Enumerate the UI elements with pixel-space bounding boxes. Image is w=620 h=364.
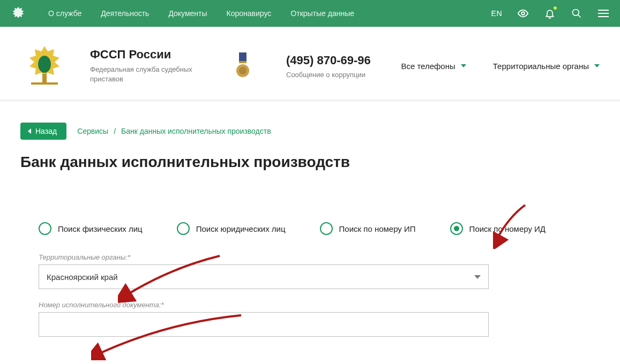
chevron-left-icon bbox=[28, 128, 31, 134]
svg-point-3 bbox=[38, 56, 51, 73]
territorial-dropdown[interactable]: Территориальные органы bbox=[493, 62, 600, 71]
contact-phone-subtitle: Сообщение о коррупции bbox=[286, 71, 371, 79]
search-form: Территориальные органы:* Красноярский кр… bbox=[0, 235, 527, 337]
svg-rect-7 bbox=[239, 61, 246, 63]
svg-point-0 bbox=[521, 12, 525, 15]
territory-select[interactable]: Красноярский край bbox=[39, 264, 489, 289]
radio-label: Поиск физических лиц bbox=[58, 224, 143, 233]
breadcrumb-separator: / bbox=[114, 127, 116, 135]
language-switch[interactable]: EN bbox=[491, 9, 502, 18]
top-nav: О службе Деятельность Документы Коронави… bbox=[48, 9, 491, 18]
back-button[interactable]: Назад bbox=[20, 123, 66, 140]
territory-label: Территориальные органы:* bbox=[39, 253, 489, 261]
topnav-item-covid[interactable]: Коронавирус bbox=[227, 9, 272, 18]
radio-id-number[interactable]: Поиск по номеру ИД bbox=[450, 222, 546, 235]
search-type-radios: Поиск физических лиц Поиск юридических л… bbox=[0, 171, 620, 235]
radio-label: Поиск по номеру ИД bbox=[469, 224, 546, 233]
page-title: Банк данных исполнительных производств bbox=[0, 140, 620, 171]
back-label: Назад bbox=[35, 127, 57, 135]
crumb-page[interactable]: Банк данных исполнительных производств bbox=[121, 127, 271, 135]
medal-icon bbox=[235, 52, 251, 79]
contact-phone: (495) 870-69-96 bbox=[286, 54, 371, 67]
notification-dot-icon bbox=[554, 6, 557, 10]
topbar: О службе Деятельность Документы Коронави… bbox=[0, 0, 620, 27]
svg-point-9 bbox=[239, 67, 246, 74]
chevron-down-icon bbox=[461, 64, 466, 67]
site-header: ФССП России Федеральная служба судебных … bbox=[0, 27, 620, 101]
docnum-label: Номер исполнительного документа:* bbox=[39, 301, 489, 309]
all-phones-label: Все телефоны bbox=[401, 62, 455, 71]
topnav-item-opendata[interactable]: Открытые данные bbox=[290, 9, 354, 18]
radio-ip-number[interactable]: Поиск по номеру ИП bbox=[320, 222, 416, 235]
org-subtitle: Федеральная служба судебных приставов bbox=[90, 65, 203, 84]
svg-rect-5 bbox=[31, 82, 58, 85]
org-emblem-icon bbox=[20, 42, 69, 90]
territory-value: Красноярский край bbox=[47, 272, 118, 282]
radio-icon bbox=[39, 222, 51, 235]
topnav-item-activity[interactable]: Деятельность bbox=[101, 9, 149, 18]
all-phones-dropdown[interactable]: Все телефоны bbox=[401, 62, 466, 71]
svg-rect-4 bbox=[42, 74, 47, 84]
breadcrumb: Сервисы / Банк данных исполнительных про… bbox=[77, 127, 271, 135]
svg-point-1 bbox=[573, 10, 579, 16]
topnav-item-about[interactable]: О службе bbox=[48, 9, 81, 18]
accessibility-icon[interactable] bbox=[517, 7, 529, 19]
radio-label: Поиск по номеру ИП bbox=[339, 224, 416, 233]
radio-label: Поиск юридических лиц bbox=[196, 224, 286, 233]
top-right-tools: EN bbox=[491, 7, 609, 19]
radio-icon bbox=[320, 222, 333, 235]
radio-legal[interactable]: Поиск юридических лиц bbox=[177, 222, 286, 235]
svg-rect-6 bbox=[239, 52, 246, 61]
docnum-input[interactable] bbox=[39, 312, 489, 337]
territorial-label: Территориальные органы bbox=[493, 62, 589, 71]
topnav-item-documents[interactable]: Документы bbox=[168, 9, 207, 18]
notifications-icon[interactable] bbox=[544, 7, 556, 19]
radio-physical[interactable]: Поиск физических лиц bbox=[39, 222, 143, 235]
chevron-down-icon bbox=[594, 64, 600, 67]
crumb-services[interactable]: Сервисы bbox=[77, 127, 108, 135]
org-title: ФССП России bbox=[90, 48, 213, 62]
radio-icon bbox=[177, 222, 190, 235]
state-emblem-icon[interactable] bbox=[10, 5, 27, 22]
breadcrumb-row: Назад Сервисы / Банк данных исполнительн… bbox=[0, 101, 620, 140]
menu-icon[interactable] bbox=[597, 7, 609, 19]
radio-icon bbox=[450, 222, 463, 235]
chevron-down-icon bbox=[474, 275, 481, 279]
svg-line-2 bbox=[578, 15, 581, 18]
search-icon[interactable] bbox=[571, 7, 582, 19]
